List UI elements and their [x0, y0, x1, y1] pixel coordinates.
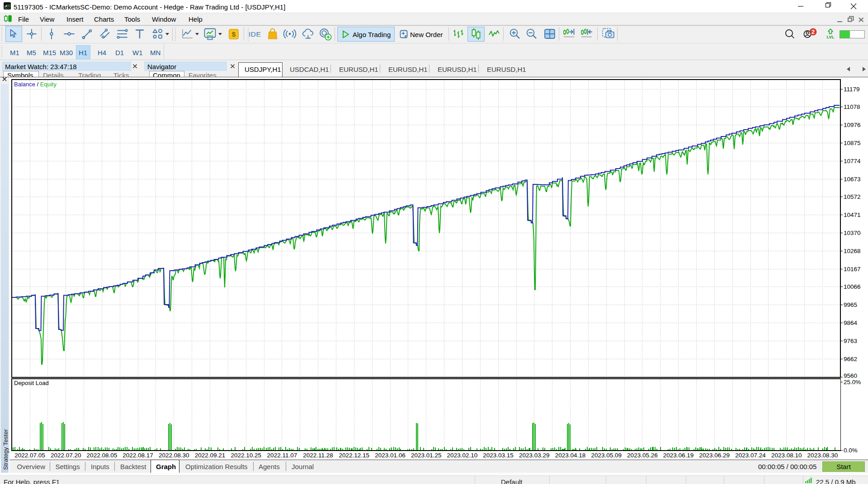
svg-text:11078: 11078 [844, 103, 860, 110]
svg-text:11179: 11179 [844, 86, 860, 93]
svg-text:2023.08.10: 2023.08.10 [771, 452, 802, 459]
svg-text:2023.02.10: 2023.02.10 [447, 452, 478, 459]
svg-text:2023.07.24: 2023.07.24 [735, 452, 766, 459]
svg-text:9965: 9965 [844, 301, 857, 308]
svg-text:2022.11.07: 2022.11.07 [267, 452, 297, 459]
svg-text:2023.03.29: 2023.03.29 [519, 452, 550, 459]
svg-text:10066: 10066 [844, 283, 861, 290]
svg-text:10167: 10167 [844, 266, 861, 273]
svg-text:2023.06.19: 2023.06.19 [663, 452, 694, 459]
svg-text:2023.08.30: 2023.08.30 [807, 452, 838, 459]
svg-text:2023.06.29: 2023.06.29 [699, 452, 730, 459]
svg-text:10370: 10370 [844, 230, 861, 236]
svg-text:10976: 10976 [844, 122, 861, 128]
svg-text:10268: 10268 [844, 248, 861, 254]
svg-text:10572: 10572 [844, 193, 861, 200]
svg-text:9763: 9763 [844, 338, 857, 344]
svg-text:10774: 10774 [844, 158, 861, 164]
svg-text:2022.08.17: 2022.08.17 [123, 452, 153, 459]
svg-text:10875: 10875 [844, 140, 861, 146]
svg-text:2023.05.09: 2023.05.09 [591, 452, 622, 459]
svg-text:10471: 10471 [844, 211, 861, 218]
svg-text:9662: 9662 [844, 356, 857, 362]
svg-text:2022.07.05: 2022.07.05 [14, 452, 45, 459]
svg-text:2022.08.05: 2022.08.05 [87, 452, 118, 459]
svg-text:9864: 9864 [844, 320, 858, 326]
svg-text:2022.08.30: 2022.08.30 [159, 452, 189, 459]
svg-text:10673: 10673 [844, 176, 861, 183]
svg-text:2023.05.26: 2023.05.26 [627, 452, 658, 459]
svg-text:2022.12.15: 2022.12.15 [339, 452, 370, 459]
svg-text:2022.07.20: 2022.07.20 [51, 452, 81, 459]
svg-text:2023.01.25: 2023.01.25 [411, 452, 442, 459]
svg-text:2022.10.25: 2022.10.25 [231, 452, 261, 459]
svg-text:2023.03.15: 2023.03.15 [483, 452, 514, 459]
svg-text:2023.04.18: 2023.04.18 [555, 452, 586, 459]
svg-text:2022.09.21: 2022.09.21 [195, 452, 226, 459]
svg-text:25.0%: 25.0% [844, 379, 861, 385]
svg-text:2022.11.28: 2022.11.28 [303, 452, 333, 459]
svg-text:0.0%: 0.0% [844, 447, 858, 454]
svg-text:Balance / Equity: Balance / Equity [14, 81, 57, 88]
svg-text:Deposit Load: Deposit Load [14, 380, 49, 386]
svg-text:2023.01.06: 2023.01.06 [375, 452, 406, 459]
